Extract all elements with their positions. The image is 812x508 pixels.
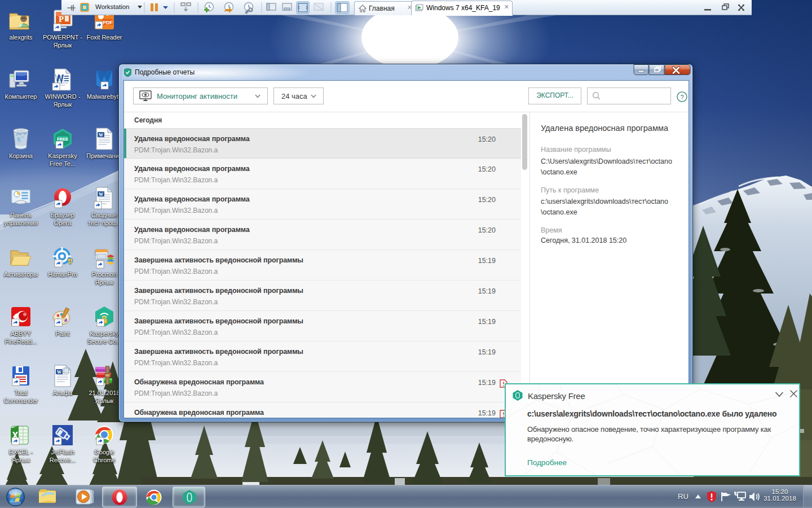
svg-text:P: P (59, 15, 64, 24)
svg-text:W: W (57, 370, 61, 375)
svg-text:FREE: FREE (57, 137, 68, 142)
svg-text:?: ? (680, 94, 683, 100)
svg-text:W: W (99, 192, 103, 197)
svg-text:PDF: PDF (103, 20, 113, 25)
svg-text:W: W (99, 133, 103, 138)
